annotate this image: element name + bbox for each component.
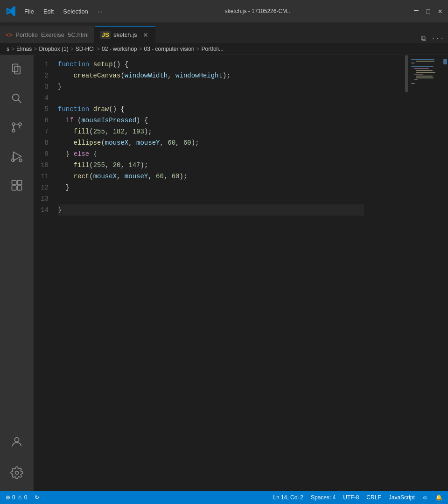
error-count: 0 [12,494,15,501]
status-encoding[interactable]: UTF-8 [343,494,359,501]
tab-js-label: sketch.js [113,31,137,38]
svg-point-2 [13,94,19,101]
code-line-6: 6 if (mouseIsPressed) { [34,115,403,126]
extensions-icon [10,179,23,192]
vscode-icon [6,6,17,17]
svg-rect-27 [414,79,418,80]
line-num-7: 7 [34,126,58,137]
line-code-9: } else { [58,148,403,160]
line-code-7: fill(255, 182, 193); [58,126,403,137]
status-spaces[interactable]: Spaces: 4 [311,494,336,501]
svg-rect-19 [411,63,415,63]
tab-js[interactable]: JS sketch.js ✕ [95,26,155,43]
line-num-5: 5 [34,104,58,115]
menu-bar: File Edit Selection ··· [24,8,103,15]
status-position[interactable]: Ln 14, Col 2 [273,494,303,501]
warning-count: 0 [24,494,28,501]
code-line-12: 12 } [34,182,403,193]
main-layout: 1 function setup() { 2 createCanvas(wind… [0,55,448,491]
status-language[interactable]: JavaScript [389,494,415,501]
svg-rect-18 [416,61,434,62]
code-content: 1 function setup() { 2 createCanvas(wind… [34,55,403,219]
code-line-14: 14 } [34,204,403,216]
split-editor-button[interactable]: ⧉ [421,34,426,43]
activity-bar-bottom [0,427,34,491]
line-code-4 [58,92,403,104]
sync-icon: ↻ [35,494,39,501]
source-control-icon [10,121,23,134]
tab-bar: <> Portfolio_Exercise_5C.html JS sketch.… [0,22,448,43]
status-errors[interactable]: ⊗ 0 ⚠ 0 [6,494,27,501]
menu-file[interactable]: File [24,8,34,15]
close-button[interactable]: ✕ [438,7,442,16]
svg-rect-17 [411,59,434,60]
code-line-5: 5 function draw() { [34,104,403,115]
menu-dots[interactable]: ··· [98,8,103,15]
code-editor[interactable]: 1 function setup() { 2 createCanvas(wind… [34,55,403,491]
menu-selection[interactable]: Selection [63,8,88,15]
svg-rect-14 [17,186,21,190]
svg-point-16 [15,471,19,475]
activity-bar [0,55,34,491]
line-num-2: 2 [34,70,58,81]
activity-account[interactable] [0,427,34,456]
maximize-button[interactable]: ❐ [426,7,431,16]
status-feedback[interactable]: ☺ [422,494,428,501]
activity-search[interactable] [0,84,34,113]
status-sync[interactable]: ↻ [35,494,39,501]
spaces-text: Spaces: 4 [311,494,336,501]
svg-line-3 [18,100,21,103]
activity-explorer[interactable] [0,55,34,84]
run-debug-icon [10,150,23,163]
menu-edit[interactable]: Edit [43,8,54,15]
svg-point-15 [14,438,19,442]
activity-settings[interactable] [0,458,34,487]
line-code-3: } [58,81,403,92]
breadcrumb-portfolio[interactable]: Portfoli... [202,46,224,52]
tab-more-button[interactable]: ··· [431,35,444,43]
svg-rect-12 [17,181,21,185]
code-line-4: 4 [34,92,403,104]
line-code-2: createCanvas(windowWidth, windowHeight); [58,70,403,81]
status-eol[interactable]: CRLF [366,494,381,501]
breadcrumb-sdhci[interactable]: SD-HCI [76,46,95,52]
svg-point-9 [19,159,22,161]
line-num-3: 3 [34,81,58,92]
svg-rect-24 [414,74,423,75]
svg-rect-21 [414,68,429,69]
line-num-6: 6 [34,115,58,126]
minimize-button[interactable]: — [414,7,419,16]
svg-point-6 [12,129,15,132]
scrollbar-thumb[interactable] [405,55,408,92]
activity-extensions[interactable] [0,171,34,200]
line-code-13 [58,193,403,204]
line-code-6: if (mouseIsPressed) { [58,115,403,126]
status-bell[interactable]: 🔔 [435,494,442,501]
breadcrumb-cv[interactable]: 03 - computer vision [144,46,195,52]
line-code-8: ellipse(mouseX, mouseY, 60, 60); [58,137,403,148]
tab-close-button[interactable]: ✕ [141,31,150,39]
vertical-scrollbar[interactable] [403,55,410,491]
line-num-8: 8 [34,137,58,148]
code-line-13: 13 [34,193,403,204]
status-bar-right: Ln 14, Col 2 Spaces: 4 UTF-8 CRLF JavaSc… [273,494,442,501]
svg-rect-28 [411,83,415,84]
svg-rect-25 [416,76,433,77]
code-line-9: 9 } else { [34,148,403,160]
breadcrumb-s[interactable]: s [7,46,9,52]
code-line-7: 7 fill(255, 182, 193); [34,126,403,137]
breadcrumb-workshop[interactable]: 02 - workshop [102,46,137,52]
line-num-14: 14 [34,204,58,216]
line-num-1: 1 [34,59,58,70]
line-code-12: } [58,182,403,193]
breadcrumb-dropbox[interactable]: Dropbox (1) [39,46,68,52]
activity-source-control[interactable] [0,113,34,142]
breadcrumb: s > Elmas > Dropbox (1) > SD-HCI > 02 - … [0,43,448,55]
error-icon: ⊗ [6,494,10,501]
breadcrumb-elmas[interactable]: Elmas [16,46,32,52]
line-num-10: 10 [34,160,58,171]
svg-rect-13 [12,186,16,190]
tab-html[interactable]: <> Portfolio_Exercise_5C.html [0,26,95,43]
overview-ruler [442,55,448,491]
activity-run-debug[interactable] [0,142,34,171]
